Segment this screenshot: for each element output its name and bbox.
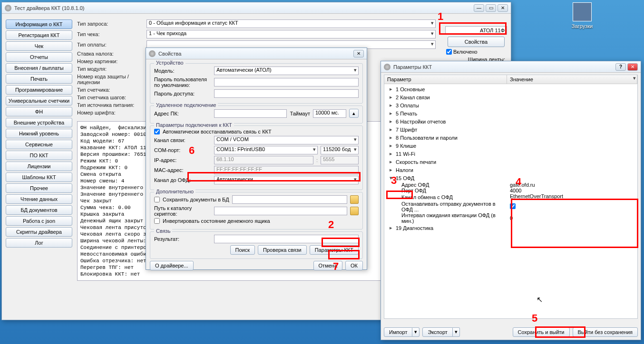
timeout-input[interactable]: 10000 мс. [313,109,346,118]
nav-сервисные[interactable]: Сервисные [6,140,72,149]
cancel-button[interactable]: Отмена [313,261,342,270]
expand-icon[interactable]: ▸ [388,151,394,157]
tree-node[interactable]: 1 Основные [394,86,425,92]
autorestore-checkbox[interactable] [154,129,160,134]
nav-универсальные-счетчики[interactable]: Универсальные счетчики [6,96,72,105]
req-type-combo[interactable]: 0 - Общая информация и статус ККТ [146,19,436,28]
import-dropdown[interactable]: ▾ [412,327,420,337]
savedb-checkbox[interactable] [154,197,160,202]
tree-node[interactable]: Налоги [394,167,413,173]
expand-icon[interactable]: ▸ [388,225,394,231]
save-exit-button[interactable]: Сохранить и выйти [513,327,570,337]
help-button[interactable]: ? [615,63,626,71]
close-button[interactable]: ✕ [353,50,364,57]
label: Тип чека: [77,31,144,37]
param-checkbox[interactable] [510,203,516,209]
nav-прочее[interactable]: Прочее [6,183,72,193]
label: Канал до ОФД: [154,177,211,183]
collapse-icon[interactable]: ▾ [388,175,394,181]
invert-checkbox[interactable] [154,218,160,224]
cheque-type-combo[interactable]: 1 - Чек прихода [146,30,436,38]
tree-node[interactable]: Скорость печати [394,159,436,165]
tree-node[interactable]: 7 Шрифт [394,127,417,133]
model-field: АТОЛ 11Ф [445,26,507,35]
nav-лог[interactable]: Лог [6,238,72,248]
expand-icon[interactable]: ▸ [388,86,394,92]
check-conn-button[interactable]: Проверка связи [258,245,307,255]
exit-nosave-button[interactable]: Выйти без сохранения [573,327,638,337]
nav-чтение-данных[interactable]: Чтение данных [6,194,72,204]
expand-icon[interactable]: ▸ [388,167,394,173]
mac-input: FF:FF:FF:FF:FF:FF [214,166,359,174]
expand-icon[interactable]: ▸ [388,94,394,100]
nav-внешние-устройства[interactable]: Внешние устройства [6,118,72,127]
channel-combo[interactable]: COM / VCOM [214,136,359,144]
expand-icon[interactable]: ▸ [388,118,394,124]
nav-скрипты-драйвера[interactable]: Скрипты драйвера [6,227,72,237]
nav-бд-документов[interactable]: БД документов [6,205,72,215]
nav-шаблоны-ккт[interactable]: Шаблоны ККТ [6,172,72,182]
titlebar[interactable]: Свойства ✕ [146,48,367,59]
browse-icon[interactable] [350,207,359,215]
about-button[interactable]: О драйвере... [150,261,194,270]
import-button[interactable]: Импорт [384,327,412,337]
access-pass-input[interactable] [214,89,359,98]
com-combo[interactable]: COM11: FPrintUSB0 [214,146,318,154]
titlebar[interactable]: Тест драйвера ККТ (10.8.1.0) — ▭ ✕ [2,2,511,14]
nav-информация-о-ккт[interactable]: Информация о ККТ [6,19,72,29]
db-path-input[interactable] [232,195,347,204]
expand-icon[interactable]: ▸ [388,159,394,165]
minimize-button[interactable]: — [474,4,484,12]
expand-icon[interactable]: ▸ [388,110,394,116]
label: COM-порт: [154,147,211,153]
tree-node[interactable]: 19 Диагностика [394,225,433,231]
browse-icon[interactable] [350,195,359,204]
enabled-checkbox[interactable] [446,49,452,55]
param-value[interactable]: 0 [510,215,513,221]
close-button[interactable]: ✕ [498,4,508,12]
close-button[interactable]: ✕ [627,63,638,71]
tree-node[interactable]: 9 Клише [394,143,416,149]
nav-внесения-выплаты[interactable]: Внесения / выплаты [6,63,72,73]
baud-combo[interactable]: 115200 бод [321,146,359,154]
nav-работа-с-json[interactable]: Работа с json [6,216,72,226]
tree-node[interactable]: 6 Настройки отчетов [394,119,446,124]
ok-button[interactable]: ОК [345,261,363,270]
tree-node[interactable]: 11 Wi-Fi [394,151,415,157]
nav-чек[interactable]: Чек [6,41,72,51]
tree-node-ofd[interactable]: 15 ОФД [394,175,414,181]
scripts-path-input[interactable] [214,207,347,215]
nav-нижний-уровень[interactable]: Нижний уровень [6,129,72,138]
tree-node[interactable]: 5 Печать [394,111,417,116]
nav-программирование[interactable]: Программирование [6,85,72,95]
timeout-spinner[interactable]: ▴ [349,109,359,118]
param-value[interactable]: gate.ofd.ru [510,182,535,188]
expand-icon[interactable]: ▸ [388,134,394,141]
expand-icon[interactable]: ▸ [388,126,394,133]
tree-node[interactable]: 2 Канал связи [394,95,430,100]
nav-лицензии[interactable]: Лицензии [6,162,72,171]
model-combo[interactable]: Автоматически (АТОЛ) [214,67,359,75]
expand-icon[interactable]: ▸ [388,102,394,108]
export-button[interactable]: Экспорт [422,327,452,337]
param-combo[interactable]: EthernetOverTransport [510,193,637,201]
tree-node[interactable]: 3 Оплаты [394,103,419,108]
nav-отчеты[interactable]: Отчеты [6,52,72,62]
user-pass-input[interactable] [214,78,359,86]
param-value[interactable]: 4000 [510,188,521,193]
expand-icon[interactable]: ▸ [388,143,394,149]
ofd-channel-combo[interactable]: Автоматически [214,176,359,184]
nav-печать[interactable]: Печать [6,74,72,84]
pc-addr-input[interactable] [214,109,287,118]
props-button[interactable]: Свойства [448,37,505,47]
nav-фн[interactable]: ФН [6,107,72,116]
export-dropdown[interactable]: ▾ [453,327,460,337]
nav-регистрация-ккт[interactable]: Регистрация ККТ [6,30,72,40]
desktop-icon-downloads[interactable]: Загрузки [568,2,596,29]
maximize-button[interactable]: ▭ [486,4,496,12]
kkt-params-button[interactable]: Параметры ККТ [310,245,359,255]
nav-по-ккт[interactable]: ПО ККТ [6,151,72,160]
search-button[interactable]: Поиск [230,245,255,255]
titlebar[interactable]: Параметры ККТ ? ✕ [381,61,641,73]
tree-node[interactable]: 8 Пользователи и пароли [394,135,458,141]
